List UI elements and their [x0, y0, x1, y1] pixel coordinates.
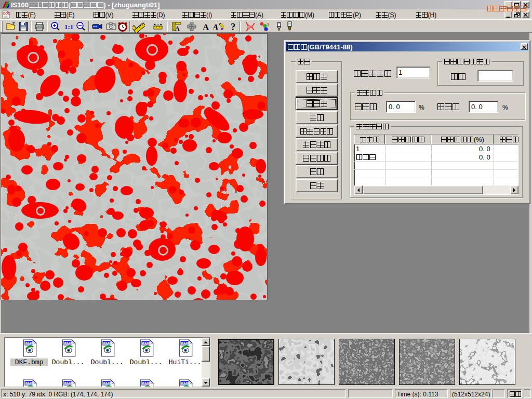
svg-text:3: 3	[267, 22, 269, 26]
svg-text:DOC: DOC	[3, 12, 10, 15]
svg-text:A: A	[214, 23, 219, 31]
svg-text:1:1: 1:1	[64, 23, 73, 31]
svg-text:?: ?	[231, 21, 236, 32]
svg-text:A: A	[175, 25, 180, 32]
svg-text:A: A	[203, 22, 209, 32]
